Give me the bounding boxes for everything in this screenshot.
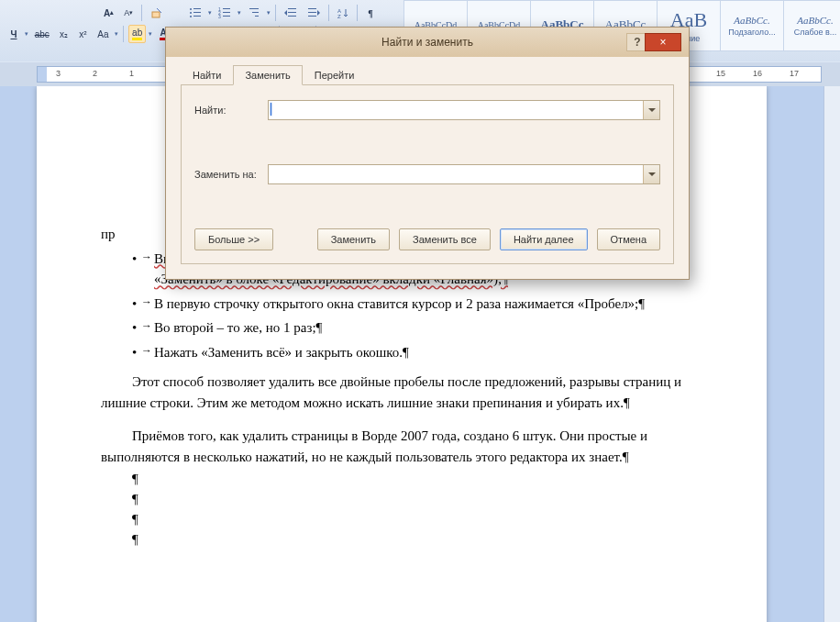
vertical-scrollbar[interactable] (823, 86, 840, 622)
svg-rect-6 (193, 16, 201, 17)
svg-rect-21 (308, 16, 316, 17)
superscript-button[interactable]: x² (75, 25, 92, 43)
grow-font-button[interactable]: A▴ (100, 4, 117, 22)
svg-rect-2 (193, 8, 201, 9)
sort-button[interactable]: AZ (334, 4, 352, 22)
dialog-titlebar[interactable]: Найти и заменить ? × (166, 28, 689, 57)
replace-input[interactable] (268, 164, 660, 184)
svg-rect-14 (252, 12, 259, 13)
cancel-button[interactable]: Отмена (597, 228, 660, 250)
strike-button[interactable]: abc (31, 25, 53, 43)
svg-rect-0 (152, 12, 160, 17)
bullets-button[interactable] (185, 4, 205, 22)
paragraph: Приёмов того, как удалить страницы в Вор… (101, 426, 702, 467)
svg-text:Z: Z (337, 14, 341, 18)
empty-paragraph: ¶ (101, 491, 702, 507)
highlight-button[interactable]: ab (128, 25, 146, 43)
show-marks-button[interactable]: ¶ (362, 4, 379, 22)
svg-rect-15 (255, 16, 259, 17)
replace-dropdown-button[interactable] (643, 165, 659, 183)
empty-paragraph: ¶ (101, 531, 702, 548)
tab-goto[interactable]: Перейти (303, 65, 367, 85)
dialog-panel: Найти: Заменить на: Больше >> Заменить З (181, 85, 674, 264)
svg-rect-16 (288, 8, 296, 9)
more-button[interactable]: Больше >> (194, 228, 273, 250)
replace-label: Заменить на: (194, 169, 268, 180)
svg-rect-10 (223, 12, 230, 13)
underline-button[interactable]: Ч (6, 25, 22, 43)
svg-rect-20 (308, 12, 316, 13)
find-input[interactable] (268, 100, 660, 120)
clear-format-button[interactable] (147, 4, 167, 22)
multilevel-button[interactable] (244, 4, 264, 22)
list-item: →Во второй – то же, но 1 раз;¶ (132, 317, 702, 339)
change-case-button[interactable]: Aa (94, 25, 113, 43)
svg-rect-17 (288, 12, 296, 13)
list-item: →Нажать «Заменить всё» и закрыть окошко.… (132, 342, 702, 363)
replace-button[interactable]: Заменить (317, 228, 390, 250)
dialog-close-button[interactable]: × (645, 33, 681, 51)
find-replace-dialog: Найти и заменить ? × Найти Заменить Пере… (165, 27, 690, 280)
paragraph: Этот способ позволяет удалить все двойны… (101, 372, 702, 413)
svg-point-1 (190, 8, 192, 10)
svg-rect-8 (223, 8, 230, 9)
svg-rect-18 (288, 16, 296, 17)
font-group: A▴ A▾ Ч ▾ abc x₂ x² Aa ▾ ab ▾ A ▾ (0, 0, 183, 61)
replace-all-button[interactable]: Заменить все (399, 228, 491, 250)
svg-rect-13 (249, 8, 259, 9)
svg-rect-12 (223, 16, 230, 17)
svg-rect-19 (308, 8, 316, 9)
style-gallery-item[interactable]: AaBbCc.Подзаголо... (720, 0, 784, 51)
find-label: Найти: (194, 105, 268, 116)
shrink-font-button[interactable]: A▾ (120, 4, 137, 22)
dialog-title-text: Найти и заменить (381, 36, 473, 49)
svg-rect-4 (193, 12, 201, 13)
find-next-button[interactable]: Найти далее (500, 228, 588, 250)
svg-point-3 (190, 12, 192, 14)
list-item: →В первую строчку открытого окна ставитс… (132, 294, 702, 315)
numbering-button[interactable]: 123 (215, 4, 235, 22)
tab-find[interactable]: Найти (181, 65, 233, 85)
dialog-tabs: Найти Заменить Перейти (181, 64, 674, 85)
decrease-indent-button[interactable] (281, 4, 301, 22)
style-gallery-item[interactable]: AaBbCc.Слабое в... (783, 0, 840, 51)
tab-replace[interactable]: Заменить (233, 65, 302, 85)
subscript-button[interactable]: x₂ (56, 25, 72, 43)
empty-paragraph: ¶ (101, 471, 702, 487)
svg-text:3: 3 (218, 14, 221, 18)
increase-indent-button[interactable] (304, 4, 324, 22)
svg-point-5 (190, 16, 192, 17)
empty-paragraph: ¶ (101, 511, 702, 528)
find-dropdown-button[interactable] (643, 101, 659, 119)
